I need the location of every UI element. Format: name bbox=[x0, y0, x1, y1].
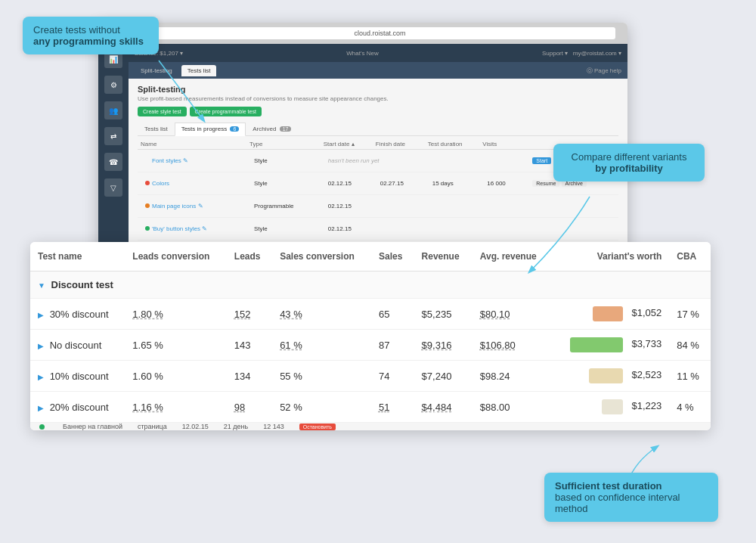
row-expand-icon[interactable]: ▶ bbox=[38, 311, 44, 319]
callout-bottom-line1: Sufficient test duration bbox=[555, 480, 662, 492]
table-row: Font styles ✎ Style hasn't been run yet … bbox=[138, 150, 618, 172]
leads-conv-value[interactable]: 1.80 % bbox=[132, 309, 163, 320]
scene: cloud.roistat.com 📊 ⚙ 👥 ⇄ ☎ ▽ Balance: $… bbox=[0, 0, 756, 543]
app-header: Balance: $1,207 ▾ What's New Support ▾ m… bbox=[129, 44, 627, 62]
resume-button[interactable]: Resume bbox=[532, 180, 559, 187]
row-expand-icon[interactable]: ▶ bbox=[38, 373, 44, 381]
sidebar-icon-phone[interactable]: ☎ bbox=[104, 153, 122, 171]
test-name-link[interactable]: Font styles bbox=[152, 157, 181, 164]
bottom-row-type: страница bbox=[138, 423, 167, 430]
bottom-row-duration: 21 день bbox=[224, 423, 248, 430]
avg-revenue-value[interactable]: $106.80 bbox=[480, 340, 516, 351]
th-avg-revenue: Avg. revenue bbox=[472, 242, 552, 272]
subtab-tests-list[interactable]: Tests list bbox=[138, 123, 175, 135]
table-row: Main page icons ✎ Programmable 02.12.15 bbox=[138, 195, 618, 218]
sales-value[interactable]: 51 bbox=[379, 402, 389, 413]
page-title: Split-testing bbox=[138, 85, 618, 94]
cba-bar-10 bbox=[589, 368, 623, 383]
callout-compare: Compare different variants by profitabil… bbox=[553, 144, 705, 182]
col-name: Name bbox=[138, 139, 246, 150]
th-revenue: Revenue bbox=[414, 242, 472, 272]
table-row: ▶ No discount 1.65 % 143 61 % 87 $9,316 … bbox=[30, 330, 711, 361]
test-name-link[interactable]: Main page icons bbox=[152, 203, 196, 209]
cba-bar-no-discount bbox=[570, 337, 623, 352]
url-text: cloud.roistat.com bbox=[354, 29, 405, 37]
revenue-value[interactable]: $4,484 bbox=[422, 402, 452, 413]
callout-bottom-right: Sufficient test duration based on confid… bbox=[544, 473, 718, 522]
test-name-link[interactable]: Colors bbox=[152, 180, 169, 187]
create-programmable-test-button[interactable]: Create programmable test bbox=[190, 107, 262, 116]
sales-conv-value[interactable]: 61 % bbox=[280, 340, 302, 351]
header-support: Support ▾ my@roistat.com ▾ bbox=[542, 50, 621, 57]
col-start: Start date ▴ bbox=[321, 139, 373, 150]
sidebar-icon-filter[interactable]: ▽ bbox=[104, 178, 122, 197]
bottom-row-visits: 12 143 bbox=[263, 423, 284, 430]
revenue-value[interactable]: $9,316 bbox=[422, 340, 452, 351]
sales-conv-value[interactable]: 43 % bbox=[280, 309, 302, 320]
row-name: 30% discount bbox=[50, 309, 109, 320]
row-expand-icon[interactable]: ▶ bbox=[38, 342, 44, 350]
subtab-tests-in-progress[interactable]: Tests in progress 6 bbox=[175, 123, 246, 136]
action-buttons: Create style test Create programmable te… bbox=[138, 107, 618, 116]
create-style-test-button[interactable]: Create style test bbox=[138, 107, 187, 116]
tabs-bar: Split-testing Tests list ⓪ Page help bbox=[129, 62, 627, 79]
sidebar-icon-users[interactable]: 👥 bbox=[104, 101, 122, 119]
callout-bottom-line2: based on confidence interval method bbox=[555, 492, 680, 514]
start-button[interactable]: Start bbox=[532, 157, 551, 164]
table-row: ▶ 20% discount 1.16 % 98 52 % 51 $4,484 … bbox=[30, 392, 711, 423]
avg-revenue-value[interactable]: $80.10 bbox=[480, 309, 510, 320]
browser-address-bar[interactable]: cloud.roistat.com bbox=[144, 27, 615, 39]
bottom-dot bbox=[39, 424, 45, 430]
leads-value[interactable]: 152 bbox=[234, 309, 251, 320]
th-leads-conversion: Leads conversion bbox=[125, 242, 227, 272]
table-row: ▶ 30% discount 1.80 % 152 43 % 65 $5,235… bbox=[30, 299, 711, 330]
bottom-row-date: 12.02.15 bbox=[182, 423, 209, 430]
row-name: No discount bbox=[50, 340, 102, 351]
callout-top-left: Create tests without any programming ski… bbox=[23, 17, 159, 54]
col-finish: Finish date bbox=[373, 139, 425, 150]
page-subtitle: Use profit-based measurements instead of… bbox=[138, 95, 618, 102]
group-label: Discount test bbox=[51, 279, 113, 290]
edit-icon[interactable]: ✎ bbox=[198, 203, 203, 209]
stop-button-bottom[interactable]: Остановить bbox=[299, 424, 336, 430]
edit-icon[interactable]: ✎ bbox=[183, 157, 188, 164]
table-header-row: Test name Leads conversion Leads Sales c… bbox=[30, 242, 711, 272]
data-table: Test name Leads conversion Leads Sales c… bbox=[30, 242, 711, 423]
row-name: 10% discount bbox=[50, 371, 109, 382]
th-cba: CBA bbox=[669, 242, 711, 272]
col-visits: Visits bbox=[479, 139, 525, 150]
sidebar-icon-split[interactable]: ⇄ bbox=[104, 127, 122, 145]
col-type: Type bbox=[246, 139, 321, 150]
table-row: 'Buy' button styles ✎ Style 02.12.15 bbox=[138, 218, 618, 240]
edit-icon[interactable]: ✎ bbox=[202, 225, 207, 232]
callout-top-line2: any programming skills bbox=[33, 36, 144, 47]
subtabs-bar: Tests list Tests in progress 6 Archived … bbox=[138, 123, 618, 136]
browser-chrome: cloud.roistat.com bbox=[98, 23, 627, 44]
th-leads: Leads bbox=[227, 242, 272, 272]
th-variants-worth: Variant's worth bbox=[551, 242, 669, 272]
row-name: 20% discount bbox=[50, 402, 109, 413]
subtab-archived[interactable]: Archived 17 bbox=[246, 123, 298, 135]
test-name-link[interactable]: 'Buy' button styles bbox=[152, 225, 200, 232]
group-collapse-icon[interactable]: ▼ bbox=[38, 281, 45, 290]
row-expand-icon[interactable]: ▶ bbox=[38, 404, 44, 412]
whats-new[interactable]: What's New bbox=[346, 50, 378, 57]
table-row: ▶ 10% discount 1.60 % 134 55 % 74 $7,240… bbox=[30, 361, 711, 392]
th-test-name: Test name bbox=[30, 242, 125, 272]
tab-split-testing[interactable]: Split-testing bbox=[135, 65, 178, 76]
bottom-stripe: Баннер на главной страница 12.02.15 21 д… bbox=[30, 423, 711, 430]
callout-mid-line1: Compare different variants bbox=[572, 151, 687, 163]
cba-bar-20 bbox=[602, 399, 623, 414]
group-row-discount-test: ▼ Discount test bbox=[30, 272, 711, 299]
data-table-container: Test name Leads conversion Leads Sales c… bbox=[30, 242, 711, 430]
callout-top-line1: Create tests without bbox=[33, 24, 120, 36]
cba-bar-30 bbox=[593, 306, 623, 321]
leads-conv-value[interactable]: 1.16 % bbox=[132, 402, 163, 413]
callout-mid-line2: by profitability bbox=[595, 163, 663, 174]
sidebar-icon-settings[interactable]: ⚙ bbox=[104, 76, 122, 94]
th-sales-conversion: Sales conversion bbox=[272, 242, 371, 272]
bottom-row-name: Баннер на главной bbox=[63, 423, 122, 430]
page-help-link[interactable]: ⓪ Page help bbox=[587, 67, 621, 75]
leads-value[interactable]: 98 bbox=[234, 402, 245, 413]
tab-tests-list[interactable]: Tests list bbox=[181, 65, 217, 76]
